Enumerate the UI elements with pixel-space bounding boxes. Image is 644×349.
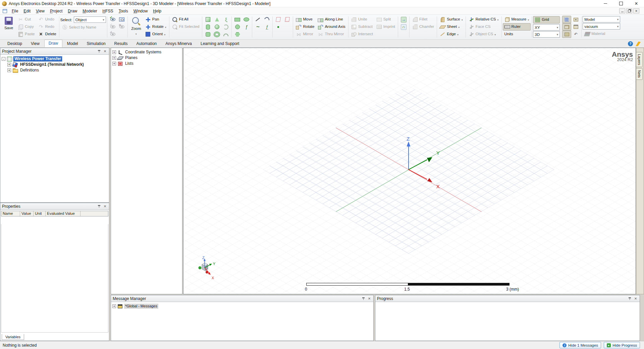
ruler-button[interactable]: Ruler <box>503 23 531 31</box>
expander-icon[interactable]: + <box>112 56 116 60</box>
zoom-button[interactable]: Zoom <box>129 15 144 39</box>
pin-icon[interactable] <box>361 296 366 301</box>
sweep-along-vector-button[interactable] <box>399 16 408 23</box>
thru-mirror-button[interactable]: Thru Mirror <box>316 31 347 38</box>
draw-helix-button[interactable] <box>221 16 230 23</box>
close-icon[interactable] <box>629 0 644 7</box>
create-region-button[interactable] <box>274 16 283 23</box>
edge-button[interactable]: Edge <box>438 31 465 38</box>
draw-equation-curve-button[interactable] <box>262 23 271 31</box>
surface-button[interactable]: Surface <box>438 16 465 23</box>
close-icon[interactable] <box>367 296 372 301</box>
draw-torus-button[interactable] <box>212 31 221 38</box>
draw-rectangle-button[interactable] <box>233 16 242 23</box>
draw-spiral-button[interactable] <box>221 23 230 31</box>
chamfer-button[interactable]: Chamfer <box>411 23 436 31</box>
message-group-global[interactable]: + *Global - Messages <box>111 303 373 309</box>
side-tab-layers[interactable]: Layers <box>636 52 643 67</box>
model-dropdown[interactable]: Model <box>583 16 620 22</box>
unite-button[interactable]: Unite <box>350 16 375 23</box>
tab-draw[interactable]: Draw <box>44 40 62 47</box>
sheet-button[interactable]: Sheet <box>438 23 465 31</box>
relative-cs-button[interactable]: Relative CS <box>467 16 500 23</box>
pan-button[interactable]: Pan <box>144 16 168 23</box>
properties-column-header[interactable]: Name <box>1 211 20 216</box>
paste-button[interactable]: Paste <box>16 31 36 38</box>
menu-hfss[interactable]: HFSS <box>100 8 116 14</box>
model-tree-lists[interactable]: + Lists <box>111 61 182 66</box>
tree-item-project[interactable]: - Wireless Power Transfer <box>0 56 109 62</box>
toggle-visibility-button[interactable] <box>108 31 117 38</box>
units-button[interactable]: Units <box>503 31 531 38</box>
hide-selection-button[interactable] <box>108 23 117 31</box>
face-cs-button[interactable]: Face CS <box>467 23 500 31</box>
along-line-button[interactable]: Along Line <box>316 16 347 23</box>
delete-button[interactable]: Delete <box>36 31 58 38</box>
create-subregion-button[interactable] <box>283 16 292 23</box>
doc-minimize-icon[interactable] <box>619 8 625 13</box>
draw-arc-button[interactable] <box>262 16 271 23</box>
tab-automation[interactable]: Automation <box>132 40 161 47</box>
tab-view[interactable]: View <box>27 40 44 47</box>
draw-spline-button[interactable] <box>253 23 262 31</box>
hide-messages-button[interactable]: Hide 1 Messages <box>559 342 601 348</box>
draw-sphere-button[interactable] <box>212 23 221 31</box>
show-selection-button[interactable] <box>108 16 117 23</box>
tab-ansys-minerva[interactable]: Ansys Minerva <box>161 40 196 47</box>
expander-icon[interactable]: + <box>7 63 11 66</box>
expander-icon[interactable]: + <box>112 50 116 54</box>
object-cs-button[interactable]: Object CS <box>467 31 500 38</box>
menu-file[interactable]: File <box>9 8 21 14</box>
draw-equation-surface-button[interactable] <box>242 23 251 31</box>
menu-draw[interactable]: Draw <box>65 8 80 14</box>
copy-button[interactable]: Copy <box>16 23 36 31</box>
minimize-icon[interactable] <box>598 0 613 7</box>
doc-close-icon[interactable] <box>633 8 639 13</box>
menu-view[interactable]: View <box>33 8 47 14</box>
properties-column-header[interactable]: Value <box>20 211 34 216</box>
properties-column-header[interactable]: Evaluated Value <box>46 211 80 216</box>
drawing-plane-dropdown[interactable]: XY <box>533 24 560 31</box>
around-axis-button[interactable]: Around Axis <box>316 23 347 31</box>
cut-button[interactable]: Cut <box>16 16 36 23</box>
snap-center-button[interactable] <box>571 16 580 23</box>
menu-window[interactable]: Window <box>131 8 151 14</box>
hide-all-button[interactable] <box>117 23 126 31</box>
pin-icon[interactable] <box>627 296 632 301</box>
measure-button[interactable]: Measure <box>503 16 531 23</box>
tree-item-definitions[interactable]: + Definitions <box>0 67 109 73</box>
snap-edge-button[interactable] <box>571 23 580 31</box>
select-by-name-button[interactable]: Select by Name <box>60 24 106 31</box>
snap-vertex-button[interactable] <box>562 23 571 31</box>
menu-edit[interactable]: Edit <box>21 8 33 14</box>
movement-mode-dropdown[interactable]: 3D <box>533 31 560 38</box>
subtract-button[interactable]: Subtract <box>350 23 375 31</box>
snap-grid-button[interactable] <box>562 16 571 23</box>
help-icon[interactable] <box>628 41 633 46</box>
split-button[interactable]: Split <box>375 16 397 23</box>
model-tree-planes[interactable]: + Planes <box>111 55 182 61</box>
mirror-button[interactable]: Mirror <box>294 31 316 38</box>
expander-icon[interactable]: + <box>7 68 11 72</box>
tab-learning-and-support[interactable]: Learning and Support <box>197 40 243 47</box>
material-dropdown[interactable]: vacuum <box>583 23 620 30</box>
grid-toggle-button[interactable]: Grid <box>533 16 560 23</box>
rotate-view-button[interactable]: Rotate <box>144 23 168 31</box>
doc-restore-icon[interactable] <box>626 8 632 13</box>
draw-point-button[interactable] <box>274 23 283 31</box>
imprint-button[interactable]: Imprint <box>375 23 397 31</box>
draw-cone-button[interactable] <box>212 16 221 23</box>
draw-regular-polyhedron-button[interactable] <box>203 31 212 38</box>
draw-regular-polygon-button[interactable] <box>233 31 242 38</box>
snap-arc-button[interactable] <box>571 31 580 38</box>
menu-project[interactable]: Project <box>47 8 65 14</box>
redo-button[interactable]: Redo <box>36 23 58 31</box>
move-button[interactable]: Move <box>294 16 316 23</box>
pin-icon[interactable] <box>97 49 101 54</box>
expander-icon[interactable]: - <box>2 57 5 61</box>
side-tab-nets[interactable]: Nets <box>636 68 643 80</box>
draw-line-button[interactable] <box>253 16 262 23</box>
orient-button[interactable]: Orient <box>144 31 168 38</box>
properties-column-header[interactable]: Unit <box>34 211 46 216</box>
tab-simulation[interactable]: Simulation <box>83 40 110 47</box>
